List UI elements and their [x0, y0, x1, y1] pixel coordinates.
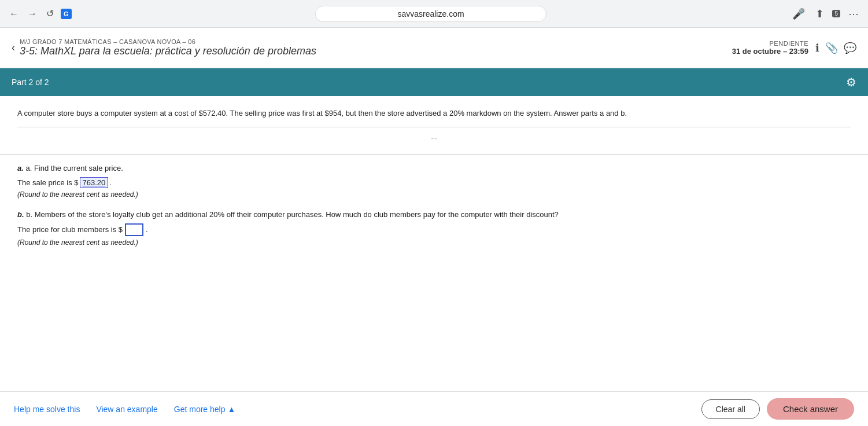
pending-label: PENDIENTE: [732, 40, 808, 47]
share-icon[interactable]: ⬆: [813, 5, 826, 23]
question-text: A computer store buys a computer system …: [17, 108, 851, 120]
part-a-answer-suffix: .: [109, 178, 112, 187]
header-icons: ℹ 📎 💬: [815, 42, 856, 54]
part-label: Part 2 of 2: [12, 78, 49, 87]
address-bar: savvasrealize.com: [76, 6, 786, 22]
footer-actions: Clear all Check answer: [701, 398, 854, 420]
dots-indicator: ···: [17, 134, 851, 142]
get-more-help-link[interactable]: Get more help ▲: [174, 405, 236, 414]
part-a-section: a. a. Find the current sale price. The s…: [17, 164, 851, 199]
part-b-input[interactable]: [125, 223, 143, 236]
forward-button[interactable]: →: [25, 6, 39, 21]
browser-chrome: ← → ↺ G savvasrealize.com 🎤 ⬆ 5 ⋯: [0, 0, 868, 28]
back-button[interactable]: ←: [7, 6, 21, 21]
teal-bar: Part 2 of 2 ⚙: [0, 68, 868, 96]
answers-area: a. a. Find the current sale price. The s…: [0, 155, 868, 391]
attachment-icon[interactable]: 📎: [825, 42, 838, 54]
breadcrumb-section: ‹ M/J GRADO 7 MATEMÁTICAS – CASANOVA NOV…: [12, 38, 316, 57]
part-a-answer-line: The sale price is $ 763.20 .: [17, 177, 851, 188]
part-a-label: a. a. Find the current sale price.: [17, 164, 851, 172]
breadcrumb-text: M/J GRADO 7 MATEMÁTICAS – CASANOVA NOVOA…: [20, 38, 316, 57]
part-a-answer-value: 763.20: [80, 177, 109, 188]
breadcrumb-top: M/J GRADO 7 MATEMÁTICAS – CASANOVA NOVOA…: [20, 38, 316, 45]
browser-actions: 🎤 ⬆ 5 ⋯: [790, 5, 861, 23]
main-content: A computer store buys a computer system …: [0, 96, 868, 391]
part-b-label: b. b. Members of the store's loyalty clu…: [17, 210, 851, 219]
settings-icon[interactable]: ⚙: [846, 75, 856, 89]
breadcrumb-title: 3-5: MathXL para la escuela: práctica y …: [20, 45, 316, 57]
part-b-answer-line: The price for club members is $ .: [17, 223, 851, 236]
info-icon[interactable]: ℹ: [815, 42, 819, 54]
header-right: PENDIENTE 31 de octubre – 23:59 ℹ 📎 💬: [732, 40, 856, 56]
pending-info: PENDIENTE 31 de octubre – 23:59: [732, 40, 808, 56]
clear-all-button[interactable]: Clear all: [701, 399, 760, 419]
get-more-help-arrow: ▲: [227, 405, 235, 414]
part-a-round-note: (Round to the nearest cent as needed.): [17, 190, 851, 199]
part-a-answer-prefix: The sale price is $: [17, 178, 79, 187]
get-more-help-text: Get more help: [174, 405, 226, 414]
more-options-icon[interactable]: ⋯: [846, 5, 861, 23]
help-solve-link[interactable]: Help me solve this: [14, 405, 80, 414]
back-chevron-icon[interactable]: ‹: [12, 42, 15, 54]
part-b-answer-prefix: The price for club members is $: [17, 225, 123, 234]
footer-links: Help me solve this View an example Get m…: [14, 405, 235, 414]
refresh-button[interactable]: ↺: [44, 6, 56, 21]
url-display: savvasrealize.com: [315, 6, 546, 22]
app-header: ‹ M/J GRADO 7 MATEMÁTICAS – CASANOVA NOV…: [0, 28, 868, 68]
microphone-icon[interactable]: 🎤: [790, 5, 807, 23]
part-b-answer-suffix: .: [146, 225, 148, 234]
divider-line: [17, 127, 851, 127]
bottom-footer: Help me solve this View an example Get m…: [0, 391, 868, 426]
check-answer-button[interactable]: Check answer: [767, 398, 854, 420]
part-b-round-note: (Round to the nearest cent as needed.): [17, 238, 851, 247]
part-b-section: b. b. Members of the store's loyalty clu…: [17, 210, 851, 247]
question-area: A computer store buys a computer system …: [0, 96, 868, 155]
pending-date: 31 de octubre – 23:59: [732, 47, 808, 56]
tab-badge: 5: [832, 10, 840, 17]
comment-icon[interactable]: 💬: [844, 42, 856, 54]
translate-icon: G: [61, 9, 72, 19]
view-example-link[interactable]: View an example: [96, 405, 157, 414]
